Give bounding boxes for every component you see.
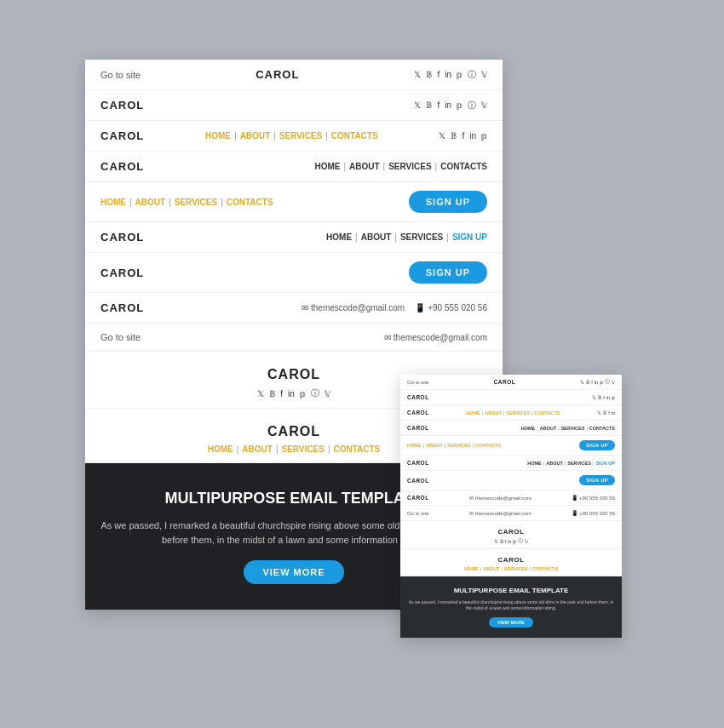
vimeo-icon-2[interactable]: 𝕍 bbox=[481, 100, 487, 110]
email-contact-2: ✉ themescode@gmail.com bbox=[384, 333, 487, 342]
behance-icon-3[interactable]: 𝔹 bbox=[451, 131, 457, 140]
linkedin-icon-2[interactable]: in bbox=[445, 100, 451, 110]
nav-about-colored[interactable]: ABOUT bbox=[240, 131, 271, 140]
facebook-icon-c[interactable]: f bbox=[280, 389, 283, 398]
facebook-icon[interactable]: f bbox=[437, 70, 440, 79]
facebook-icon-3[interactable]: f bbox=[462, 131, 464, 140]
nav-links-colored: HOME | ABOUT | SERVICES | CONTACTS bbox=[205, 131, 378, 140]
nav-about-mixed[interactable]: ABOUT bbox=[361, 232, 392, 242]
nav-home-center[interactable]: HOME bbox=[208, 444, 233, 454]
linkedin-icon-3[interactable]: in bbox=[469, 131, 476, 140]
brand-logo-6: CAROL bbox=[101, 231, 144, 244]
sec-pinterest-2[interactable]: 𝕡 bbox=[612, 395, 615, 400]
vimeo-icon-c[interactable]: 𝕍 bbox=[325, 389, 330, 398]
twitter-icon-c[interactable]: 𝕏 bbox=[257, 389, 264, 398]
sec-nav-about[interactable]: ABOUT bbox=[485, 410, 502, 416]
nav-home-colored-2[interactable]: HOME bbox=[101, 198, 126, 207]
sec-row-9: Go to site ✉ themescode@gmail.com 📱 +90 … bbox=[400, 506, 622, 521]
nav-about-dark[interactable]: ABOUT bbox=[349, 162, 380, 171]
sec-brand-8: CAROL bbox=[407, 495, 429, 501]
sec-brand-center-2: CAROL bbox=[407, 556, 615, 564]
sec-twitter-2[interactable]: 𝕏 bbox=[592, 395, 596, 400]
nav-services-dark[interactable]: SERVICES bbox=[388, 162, 431, 171]
nav-contacts-colored-2[interactable]: CONTACTS bbox=[227, 198, 273, 207]
sec-center-2: CAROL HOME | ABOUT | SERVICES | CONTACTS bbox=[400, 549, 622, 576]
brand-logo-2: CAROL bbox=[101, 99, 144, 112]
contact-row-1: ✉ themescode@gmail.com 📱 +90 555 020 56 bbox=[302, 303, 487, 312]
instagram-icon[interactable]: ⓘ bbox=[468, 69, 476, 81]
header-row-6: CAROL HOME | ABOUT | SERVICES | SIGN UP bbox=[85, 222, 503, 253]
view-more-button[interactable]: VIEW MORE bbox=[244, 560, 343, 584]
nav-contacts-dark[interactable]: CONTACTS bbox=[440, 162, 487, 171]
sec-pinterest-1[interactable]: 𝕡 bbox=[600, 380, 603, 385]
sec-nav-about-d[interactable]: ABOUT bbox=[540, 426, 557, 431]
pinterest-icon-2[interactable]: 𝕡 bbox=[457, 100, 463, 110]
pinterest-icon-3[interactable]: 𝕡 bbox=[481, 131, 487, 140]
linkedin-icon[interactable]: in bbox=[445, 70, 451, 79]
sec-sign-up-2[interactable]: SIGN UP bbox=[579, 475, 615, 485]
nav-about-colored-2[interactable]: ABOUT bbox=[135, 198, 166, 207]
sec-nav-home-d[interactable]: HOME bbox=[521, 426, 536, 431]
header-row-9: Go to site ✉ themescode@gmail.com bbox=[85, 324, 503, 352]
facebook-icon-2[interactable]: f bbox=[437, 100, 440, 110]
sign-up-button-1[interactable]: SIGN UP bbox=[409, 191, 487, 213]
sec-brand-2: CAROL bbox=[407, 394, 429, 400]
nav-links-colored-2: HOME | ABOUT | SERVICES | CONTACTS bbox=[101, 198, 273, 207]
nav-home-mixed[interactable]: HOME bbox=[326, 232, 352, 242]
sec-vimeo-1[interactable]: 𝕍 bbox=[612, 380, 615, 385]
sec-dark-section: MULTIPURPOSE EMAIL TEMPLATE As we passed… bbox=[400, 576, 622, 638]
sec-nav-home[interactable]: HOME bbox=[466, 410, 480, 416]
sec-go-to-site[interactable]: Go to site bbox=[407, 380, 429, 385]
sec-facebook-1[interactable]: f bbox=[591, 380, 593, 385]
vimeo-icon[interactable]: 𝕍 bbox=[481, 70, 487, 79]
sec-facebook-2[interactable]: f bbox=[603, 395, 605, 400]
sec-linkedin-1[interactable]: in bbox=[595, 380, 598, 385]
pinterest-icon-c[interactable]: 𝕡 bbox=[300, 389, 306, 398]
nav-services-mixed[interactable]: SERVICES bbox=[400, 232, 443, 242]
instagram-icon-c[interactable]: ⓘ bbox=[311, 387, 319, 399]
sign-up-button-2[interactable]: SIGN UP bbox=[409, 261, 487, 284]
sec-view-more-button[interactable]: VIEW MORE bbox=[489, 617, 533, 628]
sec-phone-icon: 📱 bbox=[572, 495, 577, 501]
nav-services-colored-2[interactable]: SERVICES bbox=[175, 198, 217, 207]
sec-linkedin-2[interactable]: in bbox=[606, 395, 610, 400]
twitter-icon-2[interactable]: 𝕏 bbox=[414, 100, 421, 110]
behance-icon-2[interactable]: 𝔹 bbox=[426, 100, 432, 110]
sec-row-3: CAROL HOME | ABOUT | SERVICES | CONTACTS… bbox=[400, 405, 622, 421]
nav-home-colored[interactable]: HOME bbox=[205, 131, 231, 140]
nav-services-center[interactable]: SERVICES bbox=[281, 444, 324, 454]
sec-twitter-1[interactable]: 𝕏 bbox=[580, 380, 584, 385]
go-to-site-link[interactable]: Go to site bbox=[101, 70, 141, 80]
go-to-site-link-2[interactable]: Go to site bbox=[101, 332, 141, 342]
nav-about-center[interactable]: ABOUT bbox=[242, 444, 273, 454]
email-text-1: themescode@gmail.com bbox=[311, 303, 405, 312]
nav-services-colored[interactable]: SERVICES bbox=[279, 131, 322, 140]
behance-icon[interactable]: 𝔹 bbox=[426, 70, 432, 79]
phone-contact-1: 📱 +90 555 020 56 bbox=[415, 303, 487, 312]
header-row-3: CAROL HOME | ABOUT | SERVICES | CONTACTS… bbox=[85, 121, 503, 152]
nav-signup-blue[interactable]: SIGN UP bbox=[452, 232, 487, 242]
sec-nav-signup-blue[interactable]: SIGN UP bbox=[595, 461, 615, 466]
instagram-icon-2[interactable]: ⓘ bbox=[468, 100, 476, 112]
sec-sign-up-1[interactable]: SIGN UP bbox=[579, 440, 615, 450]
twitter-icon[interactable]: 𝕏 bbox=[414, 70, 421, 79]
sec-nav-services-d[interactable]: SERVICES bbox=[561, 426, 585, 431]
sec-behance-1[interactable]: 𝔹 bbox=[586, 380, 589, 385]
social-icons-row-1: 𝕏 𝔹 f in 𝕡 ⓘ 𝕍 bbox=[414, 69, 487, 81]
nav-contacts-colored[interactable]: CONTACTS bbox=[331, 131, 378, 140]
header-row-8: CAROL ✉ themescode@gmail.com 📱 +90 555 0… bbox=[85, 293, 503, 324]
pinterest-icon[interactable]: 𝕡 bbox=[457, 70, 463, 79]
sec-nav-contacts[interactable]: CONTACTS bbox=[534, 410, 560, 416]
nav-home-dark[interactable]: HOME bbox=[314, 162, 340, 171]
sec-behance-2[interactable]: 𝔹 bbox=[598, 395, 601, 400]
sec-instagram-1[interactable]: ⓘ bbox=[605, 379, 610, 385]
twitter-icon-3[interactable]: 𝕏 bbox=[439, 131, 445, 140]
sec-multipurpose-title: MULTIPURPOSE EMAIL TEMPLATE bbox=[407, 587, 615, 595]
nav-contacts-center[interactable]: CONTACTS bbox=[333, 444, 380, 454]
behance-icon-c[interactable]: 𝔹 bbox=[269, 389, 275, 398]
sec-go-to-site-2[interactable]: Go to site bbox=[407, 511, 429, 516]
header-row-5: HOME | ABOUT | SERVICES | CONTACTS SIGN … bbox=[85, 182, 503, 222]
sec-nav-contacts-d[interactable]: CONTACTS bbox=[589, 426, 615, 431]
linkedin-icon-c[interactable]: in bbox=[288, 389, 295, 398]
sec-nav-services[interactable]: SERVICES bbox=[506, 410, 530, 416]
